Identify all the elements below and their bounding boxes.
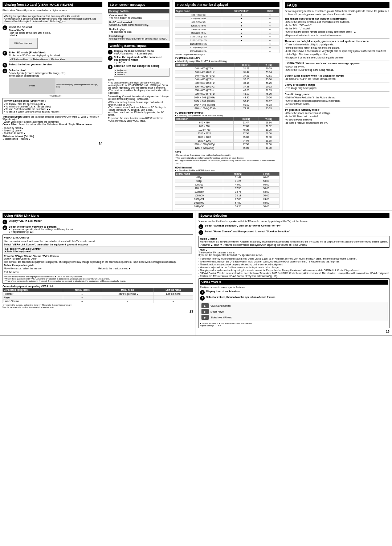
connected-equipment-table-area: Connected equipment supporting VIERA Lin… — [3, 285, 193, 308]
faq-intro: Before requesting service or assistance,… — [285, 9, 390, 16]
viewing-section: Viewing from SD Card (VIERA IMAGE VIEWER… — [0, 0, 105, 211]
viewing-subtitle: Photo View: View still pictures recorded… — [3, 9, 102, 12]
signal-row: 1125 (1080) / 50p● — [175, 46, 279, 49]
pc-row: 800 × 600 @60 Hz37.8860.32 — [175, 85, 279, 89]
comp-hdmi-table-area: Signal name COMPONENT HDMI 525 (480) / 6… — [175, 9, 279, 56]
page-num-13: 13 — [3, 310, 193, 313]
second-row: Using VIERA Link Menu 1 Display "VIERA L… — [0, 211, 392, 336]
signal-row: 750 (720) / 50p●● — [175, 31, 279, 35]
signal-row: 625 (576) / 50p●● — [175, 24, 279, 28]
mute-note: • Mute ● The sound of TV speakers is mut… — [199, 249, 389, 256]
sd-msg-row-1: Cannot read file. The file is broken or … — [108, 13, 170, 20]
faq-item-6: Chaotic image, noise • Set the 'Noise Re… — [285, 93, 390, 106]
viera-tools-step-1: 1 Display icon of each feature — [200, 290, 388, 295]
speaker-title: Speaker Selection — [199, 213, 389, 218]
signal-row: 525 (480) / 60i●● — [175, 13, 279, 17]
hdmi-row: 1080i/6033.7560.00 — [175, 190, 279, 193]
pc-row: 800 × 600 @72 Hz48.0872.19 — [175, 89, 279, 92]
viera-tools-intro: Easily accesses to some special features… — [200, 286, 388, 289]
speaker-extra-notes: • If you wish to enjoy multi-channel sou… — [199, 257, 389, 277]
watching-title: Watching External Inputs — [108, 43, 170, 48]
pc-hdmi-row: 1600 × 120075.0060.00 — [175, 135, 279, 139]
viera-link-title: Using VIERA Link Menu — [3, 213, 193, 218]
sd-msg-row-4: Invalid image Unsupported or invalid num… — [108, 34, 170, 41]
pc-hdmi-row: 1024 × 76848.3660.00 — [175, 128, 279, 132]
pc-hdmi-area: PC (from HDMI terminal) ● is basically c… — [175, 111, 279, 150]
sd-messages-title: SD on screen messages — [108, 2, 170, 7]
faq-section: FAQs Before requesting service or assist… — [282, 0, 392, 211]
viera-tools-box: VIERA TOOLS Easily accesses to some spec… — [199, 278, 389, 329]
pc-row: 640 × 480 @72 Hz37.8672.81 — [175, 74, 279, 78]
pc-row: 1024 × 768 @75 Hz60.0275.03 — [175, 103, 279, 107]
signal-notes: NOTE • Signals other than above may not … — [175, 151, 279, 165]
viera-controls: Move the cursor / select the menu ● Retu… — [4, 267, 192, 273]
speaker-intro: You can control the theatre speaker with… — [199, 220, 389, 223]
faq-item-7: TV goes into 'Standby mode' • Check the … — [285, 109, 390, 125]
watching-note: NOTE • You can also select the input usi… — [108, 78, 170, 94]
connected-equipment-table: Connected equipment Items / Idents Menu … — [3, 288, 193, 303]
pc-row: 1024 × 768 @70 Hz56.4870.07 — [175, 99, 279, 103]
watching-step-2: 2 Select the input mode of the connected… — [108, 56, 170, 64]
hdmi-signal-table: Signal name H (kHz) V (Hz) 480p31.4760.0… — [175, 172, 279, 208]
watching-section: Watching External Inputs 1 Display the i… — [108, 43, 170, 122]
signal-row: 525 (480) / 60p●● — [175, 17, 279, 20]
pc-hdmi-row: 1920 × 1080 (1080p)67.5060.00 — [175, 143, 279, 146]
hdmi-row: 720p/5037.5050.00 — [175, 186, 279, 190]
signal-row: 1125 (1080) / 50i●● — [175, 38, 279, 42]
viera-step-2: 2 Select the function you want to perfor… — [3, 225, 193, 233]
connected-note: ● = move the cursor / select the item ● … — [3, 304, 193, 308]
home-cinema-box: Home Cinema Player theatre, Blu-ray Disc… — [199, 236, 389, 248]
faq-item-4: Screen turns slightly when it is packed … — [285, 74, 390, 81]
pc-hdmi-row: 1920 × 120074.0459.95 — [175, 139, 279, 143]
pc-hdmi-row: 800 × 60037.8860.32 — [175, 125, 279, 128]
pc-hdmi-row: 640 × 48031.4759.94 — [175, 121, 279, 125]
pc-row: 1280 × 1024 @75 Hz79.9875.03 — [175, 107, 279, 110]
viera-link-section: Using VIERA Link Menu 1 Display "VIERA L… — [0, 211, 196, 335]
step-4: 4 Select a photo Selected photo (reduces… — [3, 69, 102, 97]
faq-title: FAQs — [285, 2, 390, 8]
viera-step-1: 1 Display "VIERA Link Menu" — [3, 220, 193, 224]
hdmi-row: 1080p/6067.5060.00 — [175, 201, 279, 204]
input-signals-section: Input signals that can be displayed Sign… — [172, 0, 282, 211]
viera-notes: • When the key words are displayed on co… — [4, 274, 192, 282]
viewing-notes: • During the operation, no signals are o… — [3, 13, 102, 24]
hdmi-row: 1080p/5056.2550.00 — [175, 204, 279, 208]
hdmi-row: 576p31.2550.00 — [175, 179, 279, 183]
input-signals-title: Input signals that can be displayed — [175, 2, 279, 7]
signal-row: 1125 (1080) / 60i●● — [175, 35, 279, 38]
equip-row: Recorder ● Return to previous ● Exit the… — [3, 292, 193, 296]
hdmi-row: 480p31.4760.00 — [175, 175, 279, 179]
signal-row: 1125 (1080) / 60p● — [175, 42, 279, 46]
sd-messages-section: SD on screen messages Message / Action C… — [105, 0, 172, 211]
pc-row: 640 × 400 @70 Hz31.4770.09 — [175, 67, 279, 70]
side-menu: To view a single photo (Single View) ● •… — [3, 98, 102, 114]
page: Viewing from SD Card (VIERA IMAGE VIEWER… — [0, 0, 392, 336]
pc-row: 800 × 600 @56 Hz35.1656.25 — [175, 81, 279, 85]
faq-item-1: The remote control does not work or is i… — [285, 17, 390, 37]
viera-tools-note: ● Select an item → ● run feature / Acces… — [200, 322, 388, 327]
equip-row: Home Cinema ● – – — [3, 299, 193, 303]
speaker-step-2: 2 Select "Home Cinema" and then proceed … — [199, 230, 389, 235]
speaker-section: Speaker Selection You can control the th… — [196, 211, 392, 335]
pc-row: 1024 × 768 @60 Hz48.3660.00 — [175, 96, 279, 99]
hdmi-signal-area: HDMI terminal ● = Signal applicable to H… — [175, 166, 279, 208]
viera-tools-features: ▶ VIERA Link Control ▶ Media Player ▶ — [200, 302, 388, 321]
viewing-title: Viewing from SD Card (VIERA IMAGE VIEWER… — [3, 2, 102, 7]
connecting-note: Connecting: Connect the external equipme… — [108, 95, 170, 100]
hdmi-row: 1080i/5028.1350.00 — [175, 193, 279, 197]
page-num-right: 13 — [199, 330, 389, 333]
pc-dsub-area: PC (from D-sub 15P) ● is basically compa… — [175, 57, 279, 110]
pc-hdmi-row: 1280 × 720 (720p)45.0060.00 — [175, 146, 279, 150]
watching-step-3: 3 Select an item and change the setting … — [108, 65, 170, 77]
transition-section: Transition Effect: Selects the transitio… — [3, 115, 102, 126]
page-num-14: 14 — [3, 142, 102, 145]
viera-link-control-box: VIERA Link Control You can control some … — [3, 235, 193, 284]
pc-row: 800 × 600 @75 Hz46.8875.00 — [175, 92, 279, 96]
faq-item-3: If VIERA TOOLS does not work and an erro… — [285, 62, 390, 72]
signal-row: 1125 (1080) / 24p● — [175, 49, 279, 53]
step-2: 2 Enter SD mode (Photo View) All photos … — [3, 51, 102, 62]
step-1: 1 Insert the SD card Side of the TV Push… — [3, 25, 102, 50]
right-column: Input signals that can be displayed Sign… — [172, 0, 392, 211]
adjustments-note: To perform the same functions as HDMI Co… — [108, 117, 170, 122]
sort-options: • To sort by month ● • To sort by date ●… — [3, 127, 102, 140]
